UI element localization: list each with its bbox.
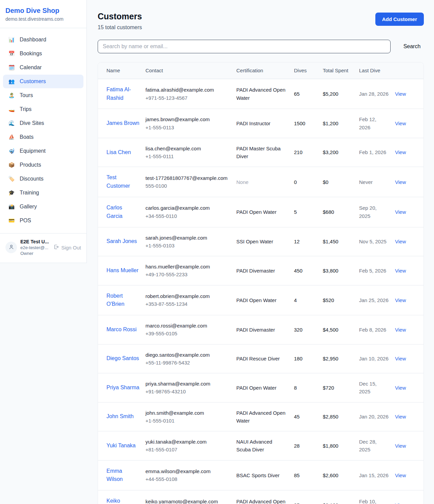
- customer-name-link[interactable]: Test Customer: [106, 174, 130, 189]
- customer-certification: PADI Open Water: [236, 297, 276, 303]
- customer-certification: PADI Divemaster: [236, 327, 275, 333]
- customer-name-link[interactable]: Fatima Al-Rashid: [106, 87, 131, 101]
- column-header-actions: [395, 62, 423, 79]
- tours-icon: 🏝️: [8, 92, 15, 98]
- table-row: Marco Rossimarco.rossi@example.com+39-55…: [98, 315, 423, 344]
- search-input[interactable]: [98, 40, 391, 53]
- sidebar-item-gallery[interactable]: 📸Gallery: [3, 200, 83, 213]
- search-button[interactable]: Search: [400, 43, 424, 50]
- view-link[interactable]: View: [395, 385, 406, 391]
- dashboard-icon: 📊: [8, 37, 15, 43]
- customer-name-link[interactable]: Priya Sharma: [106, 385, 139, 390]
- view-link[interactable]: View: [395, 91, 406, 97]
- customer-last-dive: Never: [359, 179, 373, 185]
- view-link[interactable]: View: [395, 239, 406, 244]
- customer-name-link[interactable]: Keiko Yamamoto: [106, 498, 132, 504]
- customer-email: diego.santos@example.com: [145, 351, 230, 359]
- customer-name-link[interactable]: James Brown: [106, 120, 139, 126]
- customer-last-dive: Feb 5, 2026: [359, 268, 386, 274]
- view-link[interactable]: View: [395, 120, 406, 126]
- customer-phone: +1-555-0113: [145, 124, 230, 131]
- customer-total-spent: $2,950: [323, 356, 338, 361]
- view-link[interactable]: View: [395, 327, 406, 333]
- view-link[interactable]: View: [395, 297, 406, 303]
- sidebar-item-boats[interactable]: ⛵Boats: [3, 130, 83, 144]
- sidebar-item-products[interactable]: 📦Products: [3, 158, 83, 172]
- user-email: e2e-tester@...: [20, 245, 49, 250]
- sidebar-item-tours[interactable]: 🏝️Tours: [3, 89, 83, 102]
- sidebar-item-training[interactable]: 🎓Training: [3, 186, 83, 200]
- customer-certification: SSI Open Water: [236, 239, 273, 244]
- customer-last-dive: Feb 10, 2026: [359, 499, 376, 504]
- sidebar-item-bookings[interactable]: 📅Bookings: [3, 47, 83, 60]
- customer-email: priya.sharma@example.com: [145, 380, 230, 388]
- sidebar-item-calendar[interactable]: 🗓️Calendar: [3, 61, 83, 74]
- table-row: James Brownjames.brown@example.com+1-555…: [98, 109, 423, 138]
- column-header-certification: Certification: [236, 62, 294, 79]
- customer-name-link[interactable]: Emma Wilson: [106, 468, 123, 482]
- view-link[interactable]: View: [395, 179, 406, 185]
- customers-table: NameContactCertificationDivesTotal Spent…: [98, 62, 423, 504]
- page-title: Customers: [98, 12, 142, 21]
- customer-dives: 8: [294, 385, 297, 391]
- sidebar-item-customers[interactable]: 👥Customers: [3, 75, 83, 88]
- customer-email: sarah.jones@example.com: [145, 234, 230, 242]
- customer-phone: +49-170-555-2233: [145, 270, 230, 278]
- view-link[interactable]: View: [395, 149, 406, 155]
- user-meta: E2E Test U... e2e-tester@... Owner: [20, 239, 49, 256]
- customer-name-link[interactable]: John Smith: [106, 413, 134, 419]
- sidebar-item-dashboard[interactable]: 📊Dashboard: [3, 33, 83, 46]
- add-customer-button[interactable]: Add Customer: [375, 13, 424, 26]
- sidebar-item-pos[interactable]: 💳POS: [3, 214, 83, 227]
- customer-certification: PADI Open Water: [236, 385, 276, 391]
- customer-name-link[interactable]: Marco Rossi: [106, 326, 137, 332]
- customer-phone: 555-0100: [145, 182, 230, 190]
- user-section: E2E Test U... e2e-tester@... Owner Sign …: [0, 233, 86, 263]
- customer-name-link[interactable]: Sarah Jones: [106, 238, 137, 244]
- sidebar-item-dive-sites[interactable]: 🌊Dive Sites: [3, 116, 83, 130]
- sidebar: Demo Dive Shop demo.test.divestreams.com…: [0, 0, 87, 263]
- customer-dives: 95: [294, 502, 300, 504]
- customer-phone: +34-555-0110: [145, 212, 230, 220]
- customer-certification: PADI Master Scuba Diver: [236, 146, 281, 159]
- customer-name-link[interactable]: Yuki Tanaka: [106, 443, 136, 448]
- sidebar-nav: 📊Dashboard📅Bookings🗓️Calendar👥Customers🏝…: [0, 28, 86, 231]
- customer-name-link[interactable]: Carlos Garcia: [106, 205, 122, 219]
- customer-phone: +1-555-0111: [145, 152, 230, 160]
- equipment-icon: 🤿: [8, 148, 15, 154]
- customer-name-link[interactable]: Hans Mueller: [106, 267, 138, 273]
- customer-name-link[interactable]: Lisa Chen: [106, 149, 131, 155]
- customer-total-spent: $5,200: [323, 91, 338, 97]
- customer-total-spent: $1,800: [323, 443, 338, 449]
- view-link[interactable]: View: [395, 209, 406, 215]
- sign-out-icon: [53, 244, 59, 251]
- customer-dives: 5: [294, 209, 297, 215]
- table-header-row: NameContactCertificationDivesTotal Spent…: [98, 62, 423, 79]
- sidebar-item-equipment[interactable]: 🤿Equipment: [3, 144, 83, 158]
- view-link[interactable]: View: [395, 502, 406, 504]
- customer-name-link[interactable]: Diego Santos: [106, 355, 139, 361]
- customer-last-dive: Feb 8, 2026: [359, 327, 386, 333]
- customer-name-link[interactable]: Robert O'Brien: [106, 293, 124, 307]
- customer-phone: +81-555-0107: [145, 446, 230, 453]
- pos-icon: 💳: [8, 218, 15, 224]
- view-link[interactable]: View: [395, 414, 406, 419]
- customer-total-spent: $1,200: [323, 120, 338, 126]
- customer-dives: 450: [294, 268, 302, 274]
- user-role: Owner: [20, 251, 49, 256]
- table-row: Keiko Yamamotokeiko.yamamoto@example.com…: [98, 490, 423, 504]
- shop-name: Demo Dive Shop: [5, 7, 81, 15]
- sign-out-button[interactable]: Sign Out: [53, 244, 81, 251]
- sidebar-item-discounts[interactable]: 🏷️Discounts: [3, 172, 83, 186]
- view-link[interactable]: View: [395, 268, 406, 274]
- customer-total-spent: $1,450: [323, 239, 338, 244]
- column-header-dives: Dives: [294, 62, 323, 79]
- view-link[interactable]: View: [395, 472, 406, 478]
- column-header-last-dive: Last Dive: [359, 62, 395, 79]
- customer-dives: 320: [294, 327, 302, 333]
- customer-dives: 1500: [294, 120, 305, 126]
- sidebar-item-trips[interactable]: 🚤Trips: [3, 102, 83, 116]
- view-link[interactable]: View: [395, 443, 406, 449]
- view-link[interactable]: View: [395, 356, 406, 361]
- bookings-icon: 📅: [8, 51, 15, 57]
